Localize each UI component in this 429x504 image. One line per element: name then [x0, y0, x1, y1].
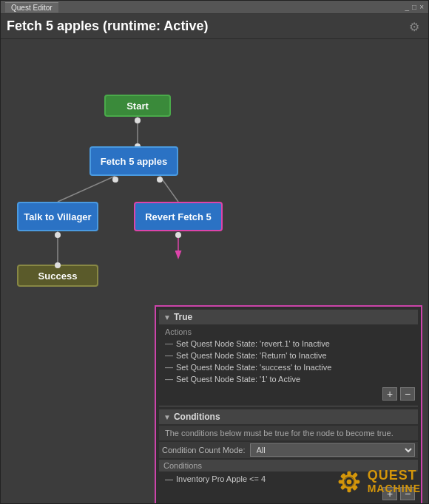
fetch-node[interactable]: Fetch 5 apples	[89, 146, 178, 176]
svg-point-16	[346, 480, 351, 485]
panel-area: ▼ True Actions — Set Quest Node State: '…	[1, 305, 428, 503]
start-dot-bottom	[135, 118, 141, 123]
action-buttons: + −	[159, 385, 418, 403]
talk-node[interactable]: Talk to Villager	[17, 202, 98, 231]
page-title: Fetch 5 apples (runtime: Active)	[7, 18, 208, 34]
start-node[interactable]: Start	[104, 95, 171, 117]
actions-label: Actions	[159, 326, 418, 338]
action-item-2: — Set Quest Node State: 'success' to Ina…	[159, 361, 418, 373]
action-item-0: — Set Quest Node State: 'revert.1' to In…	[159, 338, 418, 350]
window-header: Fetch 5 apples (runtime: Active) ⚙	[1, 14, 428, 39]
revert-node[interactable]: Revert Fetch 5	[134, 202, 223, 231]
gear-icon[interactable]: ⚙	[409, 20, 422, 33]
svg-rect-10	[354, 480, 359, 483]
logo-text: QUEST MACHINE	[368, 469, 421, 494]
conditions-triangle-icon: ▼	[163, 413, 171, 421]
action-item-3: — Set Quest Node State: '1' to Active	[159, 373, 418, 385]
graph-area: Start Fetch 5 apples Talk to Villager Re…	[1, 39, 428, 305]
true-section-header: ▼ True	[159, 310, 418, 324]
quest-editor-tab[interactable]: Quest Editor	[5, 2, 58, 13]
svg-rect-8	[347, 488, 351, 493]
minimize-btn[interactable]: _	[405, 3, 410, 11]
logo-gear-icon	[334, 466, 365, 497]
close-btn[interactable]: ×	[419, 3, 424, 11]
fetch-dot-left	[112, 177, 118, 183]
logo-quest-label: QUEST	[368, 469, 421, 483]
fetch-dot-right	[157, 177, 163, 183]
remove-action-button[interactable]: −	[400, 387, 415, 401]
condition-mode-row: Condition Count Mode: All	[159, 442, 418, 458]
maximize-btn[interactable]: □	[412, 3, 416, 11]
svg-line-1	[58, 176, 115, 202]
conditions-section-label: Conditions	[174, 412, 220, 422]
conditions-note: The conditions below must be true for th…	[159, 426, 418, 440]
revert-dot-bottom	[175, 232, 181, 238]
true-triangle-icon: ▼	[163, 313, 171, 321]
add-action-button[interactable]: +	[382, 387, 397, 401]
true-section-label: True	[174, 312, 192, 322]
top-bar: Quest Editor _ □ ×	[1, 1, 428, 14]
svg-rect-9	[338, 480, 343, 483]
svg-rect-7	[347, 471, 351, 477]
section-divider	[159, 406, 418, 406]
svg-rect-11	[340, 473, 346, 479]
condition-mode-select[interactable]: All	[250, 443, 415, 457]
condition-mode-label: Condition Count Mode:	[162, 446, 246, 454]
window-controls: _ □ ×	[405, 3, 424, 11]
conditions-section-header: ▼ Conditions	[159, 409, 418, 424]
logo-machine-label: MACHINE	[368, 483, 421, 494]
svg-rect-12	[351, 485, 357, 491]
success-dot-top	[55, 262, 61, 268]
talk-dot-bottom	[55, 232, 61, 238]
action-item-1: — Set Quest Node State: 'Return' to Inac…	[159, 350, 418, 361]
main-window: Quest Editor _ □ × Fetch 5 apples (runti…	[0, 0, 429, 504]
logo-area: QUEST MACHINE	[334, 466, 421, 497]
